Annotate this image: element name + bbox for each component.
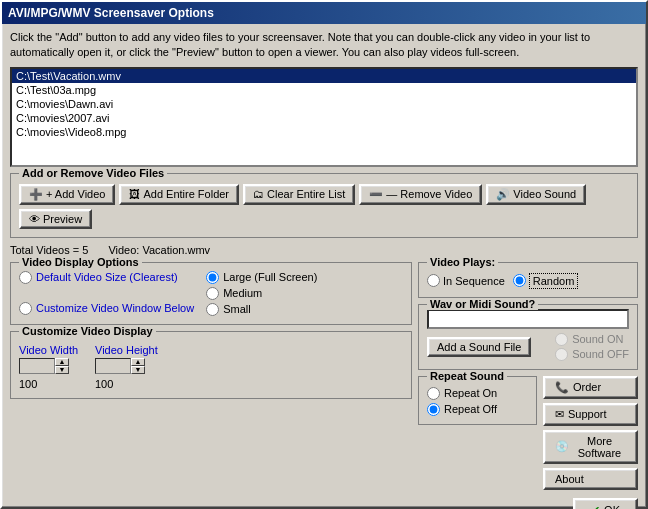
width-spinbox-col: Video Width ▲ ▼ 100 — [19, 344, 79, 390]
height-arrows: ▲ ▼ — [131, 358, 145, 374]
add-sound-label: Add a Sound File — [437, 341, 521, 353]
in-sequence-radio-item: In Sequence — [427, 273, 505, 289]
file-item-4[interactable]: C:\movies\Video8.mpg — [12, 125, 636, 139]
video-display-label: Video Display Options — [19, 256, 142, 268]
height-up-arrow[interactable]: ▲ — [131, 358, 145, 366]
height-spinbox-col: Video Height ▲ ▼ 100 — [95, 344, 158, 390]
medium-radio-item: Medium — [206, 287, 317, 300]
sound-off-label: Sound OFF — [572, 348, 629, 360]
add-video-button[interactable]: ➕ + Add Video — [19, 184, 115, 205]
main-window: AVI/MPG/WMV Screensaver Options Click th… — [0, 0, 648, 509]
more-software-button[interactable]: 💿 More Software — [543, 430, 638, 464]
sound-options: Sound ON Sound OFF — [555, 333, 629, 361]
file-item-1[interactable]: C:\Test\03a.mpg — [12, 83, 636, 97]
small-radio[interactable] — [206, 303, 219, 316]
sound-on-label: Sound ON — [572, 333, 623, 345]
order-button[interactable]: 📞 Order — [543, 376, 638, 399]
repeat-off-radio[interactable] — [427, 403, 440, 416]
repeat-section-wrapper: Repeat Sound Repeat On Repeat Off — [418, 376, 537, 509]
repeat-label: Repeat Sound — [427, 370, 507, 382]
left-panel: Video Display Options Default Video Size… — [10, 262, 412, 509]
random-radio-item: Random — [513, 273, 579, 289]
wav-section: Wav or Midi Sound? Add a Sound File Soun… — [418, 304, 638, 370]
more-software-label: More Software — [573, 435, 626, 459]
status-bar: Total Videos = 5 Video: Vacation.wmv — [10, 244, 638, 256]
width-value: 100 — [19, 378, 79, 390]
add-remove-buttons: ➕ + Add Video 🖼 Add Entire Folder 🗂 Clea… — [19, 184, 629, 229]
about-button[interactable]: About — [543, 468, 638, 490]
repeat-off-label: Repeat Off — [444, 403, 497, 415]
ok-label: OK — [604, 504, 620, 509]
right-panel: Video Plays: In Sequence Random — [418, 262, 638, 509]
title-bar: AVI/MPG/WMV Screensaver Options — [2, 2, 646, 24]
add-remove-label: Add or Remove Video Files — [19, 167, 167, 179]
add-video-icon: ➕ — [29, 188, 43, 201]
default-size-radio[interactable] — [19, 271, 32, 284]
support-label: Support — [568, 408, 607, 420]
order-icon: 📞 — [555, 381, 569, 394]
clear-list-icon: 🗂 — [253, 188, 264, 200]
height-down-arrow[interactable]: ▼ — [131, 366, 145, 374]
video-sound-icon: 🔊 — [496, 188, 510, 201]
width-spinbox: ▲ ▼ — [19, 358, 79, 374]
preview-button[interactable]: 👁 Preview — [19, 209, 92, 229]
bottom-row: Repeat Sound Repeat On Repeat Off — [418, 376, 638, 509]
add-folder-button[interactable]: 🖼 Add Entire Folder — [119, 184, 239, 205]
clear-list-button[interactable]: 🗂 Clear Entire List — [243, 184, 355, 205]
sound-btn-row: Add a Sound File Sound ON Sound OFF — [427, 333, 629, 361]
sound-on-radio[interactable] — [555, 333, 568, 346]
preview-icon: 👁 — [29, 213, 40, 225]
sound-off-item: Sound OFF — [555, 348, 629, 361]
file-item-0[interactable]: C:\Test\Vacation.wmv — [12, 69, 636, 83]
customize-size-radio[interactable] — [19, 302, 32, 315]
more-software-icon: 💿 — [555, 440, 569, 453]
file-list[interactable]: C:\Test\Vacation.wmv C:\Test\03a.mpg C:\… — [10, 67, 638, 167]
large-radio[interactable] — [206, 271, 219, 284]
height-value: 100 — [95, 378, 158, 390]
customize-link-item: Customize Video Window Below — [19, 302, 194, 315]
random-radio[interactable] — [513, 274, 526, 287]
order-label: Order — [573, 381, 601, 393]
sound-off-radio[interactable] — [555, 348, 568, 361]
customize-video-label: Customize Video Display — [19, 325, 156, 337]
default-size-label: Default Video Size (Clearest) — [36, 271, 178, 283]
repeat-off-item: Repeat Off — [427, 403, 528, 416]
width-label: Video Width — [19, 344, 79, 356]
video-plays-label: Video Plays: — [427, 256, 498, 268]
side-buttons-col: 📞 Order ✉ Support 💿 More Software Ab — [543, 376, 638, 509]
width-down-arrow[interactable]: ▼ — [55, 366, 69, 374]
in-sequence-radio[interactable] — [427, 274, 440, 287]
medium-radio[interactable] — [206, 287, 219, 300]
width-up-arrow[interactable]: ▲ — [55, 358, 69, 366]
video-plays-section: Video Plays: In Sequence Random — [418, 262, 638, 298]
file-item-2[interactable]: C:\movies\Dawn.avi — [12, 97, 636, 111]
add-remove-section: Add or Remove Video Files ➕ + Add Video … — [10, 173, 638, 238]
add-folder-icon: 🖼 — [129, 188, 140, 200]
file-item-3[interactable]: C:\movies\2007.avi — [12, 111, 636, 125]
description-text: Click the "Add" button to add any video … — [10, 30, 638, 61]
remove-video-button[interactable]: ➖ — Remove Video — [359, 184, 482, 205]
in-sequence-label: In Sequence — [443, 275, 505, 287]
height-track — [95, 358, 131, 374]
default-size-radio-item: Default Video Size (Clearest) — [19, 271, 194, 284]
video-name-status: Video: Vacation.wmv — [108, 244, 210, 256]
repeat-on-item: Repeat On — [427, 387, 528, 400]
medium-label: Medium — [223, 287, 262, 299]
small-radio-item: Small — [206, 303, 317, 316]
about-label: About — [555, 473, 584, 485]
sound-file-input[interactable] — [427, 309, 629, 329]
large-radio-item: Large (Full Screen) — [206, 271, 317, 284]
add-sound-button[interactable]: Add a Sound File — [427, 337, 531, 357]
repeat-on-label: Repeat On — [444, 387, 497, 399]
support-icon: ✉ — [555, 408, 564, 421]
large-label: Large (Full Screen) — [223, 271, 317, 283]
sound-on-item: Sound ON — [555, 333, 629, 346]
video-sound-button[interactable]: 🔊 Video Sound — [486, 184, 586, 205]
support-button[interactable]: ✉ Support — [543, 403, 638, 426]
customize-video-section: Customize Video Display Video Width ▲ ▼ — [10, 331, 412, 399]
repeat-on-radio[interactable] — [427, 387, 440, 400]
repeat-section: Repeat Sound Repeat On Repeat Off — [418, 376, 537, 425]
ok-button[interactable]: ✔ OK — [573, 498, 638, 509]
height-label: Video Height — [95, 344, 158, 356]
random-label: Random — [529, 273, 579, 289]
